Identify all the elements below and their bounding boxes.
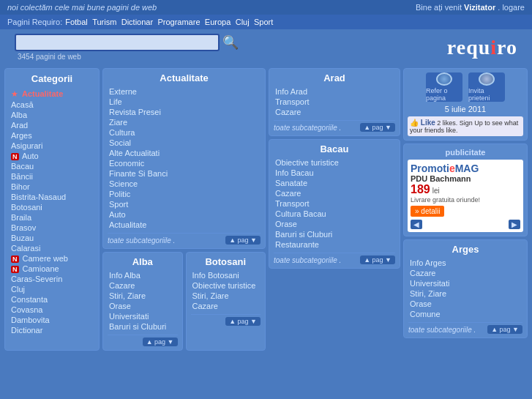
bacau-orase[interactable]: Orase xyxy=(274,219,395,229)
ad-prev-btn[interactable]: ◀ xyxy=(411,220,422,229)
bacau-obiective[interactable]: Obiective turistice xyxy=(274,157,395,168)
botosani-stiri[interactable]: Stiri, Ziare xyxy=(191,291,261,301)
bacau-cultura[interactable]: Cultura Bacau xyxy=(274,209,395,219)
alba-baruri[interactable]: Baruri si Cluburi xyxy=(108,321,178,332)
arad-title: Arad xyxy=(274,72,395,83)
sidebar-item-botosani[interactable]: Botosani xyxy=(8,202,96,212)
pag-btn-alba[interactable]: ▲ pag ▼ xyxy=(143,338,178,346)
sidebar-item-actualitate[interactable]: ★ Actualitate xyxy=(8,89,96,100)
nav-europa[interactable]: Europa xyxy=(205,18,231,26)
invita-box[interactable]: Invita prieteni xyxy=(468,72,505,102)
sidebar-item-bihor[interactable]: Bihor xyxy=(8,182,96,192)
sidebar-item-braila[interactable]: Braila xyxy=(8,212,96,223)
arad-cazare[interactable]: Cazare xyxy=(274,107,395,117)
sidebar-item-arad[interactable]: Arad xyxy=(8,120,96,130)
sidebar-item-dambovita[interactable]: Dambovita xyxy=(8,315,96,325)
botosani-info[interactable]: Info Botosani xyxy=(191,270,261,280)
sidebar-item-constanta[interactable]: Constanta xyxy=(8,294,96,305)
sidebar-item-alba[interactable]: Alba xyxy=(8,110,96,120)
arges-comune[interactable]: Comune xyxy=(408,309,522,319)
sidebar-item-arges[interactable]: Arges xyxy=(8,130,96,141)
alba-cazare[interactable]: Cazare xyxy=(108,280,178,291)
cat-auto[interactable]: Auto xyxy=(108,209,261,220)
arges-info[interactable]: Info Arges xyxy=(408,258,522,268)
cat-politic[interactable]: Politic xyxy=(108,189,261,199)
alba-universitati[interactable]: Universitati xyxy=(108,311,178,321)
cat-alte[interactable]: Alte Actualitati xyxy=(108,148,261,158)
arad-info[interactable]: Info Arad xyxy=(274,86,395,97)
arad-transport[interactable]: Transport xyxy=(274,97,395,107)
botosani-footer: ▲ pag ▼ xyxy=(191,314,261,326)
nav-programare[interactable]: Programare xyxy=(157,18,200,26)
sidebar-item-dictionar[interactable]: Dictionar xyxy=(8,325,96,335)
pag-btn-act[interactable]: ▲ pag ▼ xyxy=(225,236,261,245)
sidebar-item-bacau[interactable]: Bacau xyxy=(8,161,96,171)
sidebar-item-camereweb[interactable]: N Camere web xyxy=(8,253,96,264)
bacau-transport[interactable]: Transport xyxy=(274,198,395,209)
search-button[interactable]: 🔍 xyxy=(222,34,239,51)
search-area: 🔍 3454 pagini de web xyxy=(15,34,239,61)
cat-finante[interactable]: Finante Si Banci xyxy=(108,168,261,179)
actualitate-box: Actualitate Externe Life Revista Presei … xyxy=(102,68,266,249)
sidebar-item-buzau[interactable]: Buzau xyxy=(8,233,96,243)
nav-sport[interactable]: Sport xyxy=(254,18,273,26)
top-bar-right-suffix: . logare xyxy=(498,3,525,12)
sidebar-item-bancii[interactable]: Băncii xyxy=(8,171,96,182)
pag-btn-bot[interactable]: ▲ pag ▼ xyxy=(225,317,261,326)
nav-dictionar[interactable]: Dictionar xyxy=(121,18,153,26)
bacau-restaurante[interactable]: Restaurante xyxy=(274,239,395,250)
sidebar-item-brasov[interactable]: Brasov xyxy=(8,223,96,233)
sidebar-item-cluj[interactable]: Cluj xyxy=(8,284,96,294)
cat-life[interactable]: Life xyxy=(108,97,261,107)
pub-label: publicitate xyxy=(408,148,523,157)
toate-subcat-arad: toate subcategoriile . xyxy=(274,124,341,132)
sidebar-item-auto[interactable]: N Auto xyxy=(8,151,96,161)
arges-stiri[interactable]: Stiri, Ziare xyxy=(408,288,522,299)
botosani-cazare[interactable]: Cazare xyxy=(191,301,261,311)
botosani-obiective[interactable]: Obiective turistice xyxy=(191,280,261,291)
right-middle: Arad Info Arad Transport Cazare toate su… xyxy=(269,68,400,351)
bacau-sanatate[interactable]: Sanatate xyxy=(274,178,395,188)
nav-turism[interactable]: Turism xyxy=(92,18,116,26)
arges-cazare[interactable]: Cazare xyxy=(408,268,522,278)
alba-stiri[interactable]: Stiri, Ziare xyxy=(108,291,178,301)
row-alba-botosani: Alba Info Alba Cazare Stiri, Ziare Orase… xyxy=(102,252,266,351)
alba-info[interactable]: Info Alba xyxy=(108,270,178,280)
visitor-link[interactable]: Vizitator xyxy=(464,3,495,12)
sidebar-item-covasna[interactable]: Covasna xyxy=(8,305,96,315)
refer-box[interactable]: Refer o pagina xyxy=(426,72,462,102)
sidebar-item-asigurari[interactable]: Asigurari xyxy=(8,141,96,151)
alba-orase[interactable]: Orase xyxy=(108,301,178,311)
cat-economic[interactable]: Economic xyxy=(108,158,261,168)
pag-btn-arad[interactable]: ▲ pag ▼ xyxy=(360,123,395,132)
social-row: Refer o pagina Invita prieteni xyxy=(408,72,523,102)
cat-social[interactable]: Social xyxy=(108,138,261,148)
bacau-info[interactable]: Info Bacau xyxy=(274,168,395,178)
cat-science[interactable]: Science xyxy=(108,179,261,189)
arges-orase[interactable]: Orase xyxy=(408,299,522,309)
cat-externe[interactable]: Externe xyxy=(108,86,261,97)
nav-fotbal[interactable]: Fotbal xyxy=(65,18,88,26)
cat-revista[interactable]: Revista Presei xyxy=(108,107,261,117)
header: 🔍 3454 pagini de web requiro xyxy=(0,29,532,65)
cat-ziare[interactable]: Ziare xyxy=(108,117,261,127)
arges-universitati[interactable]: Universitati xyxy=(408,278,522,288)
ad-next-btn[interactable]: ▶ xyxy=(509,220,520,229)
pag-btn-arges[interactable]: ▲ pag ▼ xyxy=(487,325,522,334)
cat-cultura[interactable]: Cultura xyxy=(108,127,261,138)
ad-brand: PromotieMAG xyxy=(411,163,520,174)
bacau-baruri[interactable]: Baruri si Cluburi xyxy=(274,229,395,239)
cat-sport[interactable]: Sport xyxy=(108,199,261,209)
sidebar-item-acasa[interactable]: Acasă xyxy=(8,100,96,110)
nav-cluj[interactable]: Cluj xyxy=(236,18,250,26)
sidebar-item-calarasi[interactable]: Calarasi xyxy=(8,243,96,253)
ad-price-area: 189 lei xyxy=(411,183,520,196)
cat-actualitate[interactable]: Actualitate xyxy=(108,220,261,230)
sidebar-item-camioane[interactable]: N Camioane xyxy=(8,264,96,274)
sidebar-item-caras[interactable]: Caras-Severin xyxy=(8,274,96,284)
search-input[interactable] xyxy=(15,34,220,51)
pag-btn-bacau[interactable]: ▲ pag ▼ xyxy=(360,256,395,264)
bacau-cazare[interactable]: Cazare xyxy=(274,188,395,198)
sidebar-item-bistrita[interactable]: Bistrita-Nasaud xyxy=(8,192,96,202)
ad-detalii-btn[interactable]: » detalii xyxy=(411,206,444,217)
